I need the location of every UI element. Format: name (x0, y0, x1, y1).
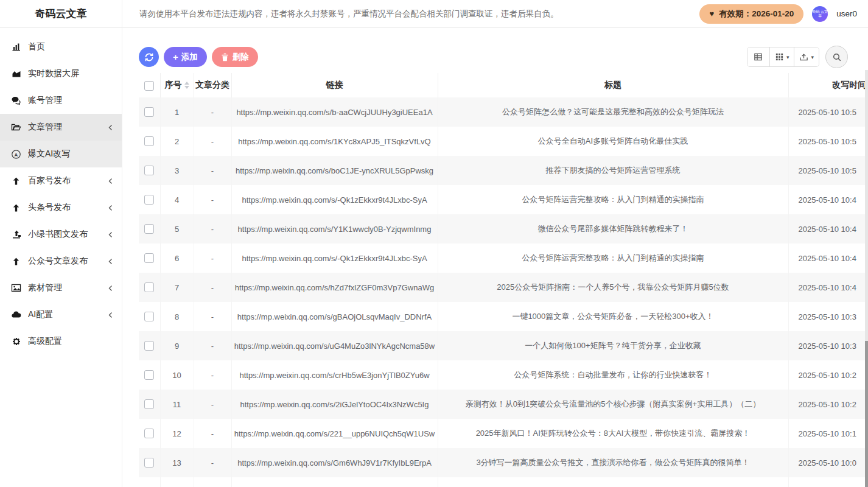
cell-category: - (194, 448, 231, 477)
columns-toggle-button[interactable] (747, 47, 770, 66)
cell-time: 2025-05-10 10:3 (788, 331, 868, 360)
table-row[interactable]: 1-https://mp.weixin.qq.com/s/b-aaCWcjJUU… (139, 97, 868, 127)
cell-time: 2025-05-10 10:5 (788, 97, 868, 127)
cell-num: 11 (160, 390, 194, 419)
cell-link: https://mp.weixin.qq.com/s/uG4MuZo3lNYkA… (231, 331, 438, 360)
cell-title: 推荐下朋友搞的公号矩阵运营管理系统 (438, 156, 788, 185)
cell-time: 2025-05-10 10:0 (788, 477, 868, 487)
cell-link: https://mp.weixin.qq.com/s/pTEVkfqniaaZ1… (231, 477, 438, 487)
table-row[interactable]: 11-https://mp.weixin.qq.com/s/2iGJelYtoO… (139, 390, 868, 419)
export-button[interactable]: ▾ (794, 47, 819, 66)
grid-icon (775, 52, 784, 61)
row-checkbox[interactable] (144, 136, 154, 146)
row-checkbox[interactable] (144, 341, 154, 351)
table-row[interactable]: 4-https://mp.weixin.qq.com/s/-Qk1zEkkxr9… (139, 185, 868, 214)
sidebar-item-8[interactable]: 小绿书图文发布 (0, 221, 122, 248)
cell-title: 一键1000篇文章，公众号矩阵必备，一天轻松300+收入！ (438, 302, 788, 331)
cell-title: 公众号矩阵怎么做？这可能是这最完整和高效的公众号矩阵玩法 (438, 97, 788, 127)
cell-category: - (194, 302, 231, 331)
grid-view-button[interactable]: ▾ (770, 47, 795, 66)
chevron-left-icon (108, 205, 113, 211)
column-header-num[interactable]: 序号 (160, 73, 194, 97)
row-checkbox[interactable] (144, 224, 154, 234)
sidebar-item-4[interactable]: 文章管理 (0, 114, 122, 141)
sort-icon[interactable] (184, 82, 189, 89)
add-button-label: 添加 (181, 52, 198, 63)
table-row[interactable]: 6-https://mp.weixin.qq.com/s/-Qk1zEkkxr9… (139, 244, 868, 273)
gear-icon (11, 337, 21, 347)
chart-bar-icon (11, 42, 21, 52)
sidebar-item-10[interactable]: 素材管理 (0, 275, 122, 301)
row-checkbox[interactable] (144, 370, 154, 380)
chevron-left-icon (108, 178, 113, 184)
row-checkbox[interactable] (144, 458, 154, 468)
table-row[interactable]: 7-https://mp.weixin.qq.com/s/hZd7fxlZGF0… (139, 273, 868, 302)
row-checkbox[interactable] (144, 429, 154, 438)
cell-link: https://mp.weixin.qq.com/s/b-aaCWcjJUUHy… (231, 97, 438, 127)
arrow-up-icon (11, 203, 21, 213)
chart-area-icon (11, 69, 21, 79)
cell-time: 2025-05-10 10:4 (788, 244, 868, 273)
row-checkbox[interactable] (144, 253, 154, 263)
sidebar-item-label: 公众号文章发布 (28, 256, 108, 267)
sidebar-item-6[interactable]: 百家号发布 (0, 167, 122, 194)
sidebar-item-label: 小绿书图文发布 (28, 229, 108, 240)
header-right: ♥ 有效期：2026-01-20 奇码 云文章 user0 (699, 4, 868, 24)
cell-num: 6 (160, 244, 194, 273)
cell-title: 一个人如何做100+矩阵号？纯干货分享，企业收藏 (438, 331, 788, 360)
refresh-icon (144, 52, 154, 62)
table-row[interactable]: 2-https://mp.weixin.qq.com/s/1KYc8xAPJ5_… (139, 127, 868, 156)
svg-text:A: A (15, 152, 18, 157)
vertical-scrollbar-thumb[interactable] (865, 341, 868, 487)
cell-time: 2025-05-10 10:5 (788, 127, 868, 156)
select-all-checkbox[interactable] (144, 81, 154, 91)
table-row[interactable]: 8-https://mp.weixin.qq.com/s/gBAOjOLsqvM… (139, 302, 868, 331)
avatar[interactable]: 奇码 云文章 (812, 6, 828, 22)
chevron-left-icon (108, 312, 113, 318)
sidebar-item-11[interactable]: AI配置 (0, 301, 122, 328)
cell-link: https://mp.weixin.qq.com/s/1KYc8xAPJ5_IT… (231, 127, 438, 156)
cell-category: - (194, 477, 231, 487)
trash-icon (221, 53, 229, 61)
table-row[interactable]: 5-https://mp.weixin.qq.com/s/Y1K1wwcly0B… (139, 214, 868, 244)
row-checkbox[interactable] (144, 107, 154, 117)
sidebar-item-label: 百家号发布 (28, 175, 108, 186)
sidebar-item-3[interactable]: 账号管理 (0, 87, 122, 114)
table-row[interactable]: 9-https://mp.weixin.qq.com/s/uG4MuZo3lNY… (139, 331, 868, 360)
table-row[interactable]: 3-https://mp.weixin.qq.com/s/boC1JE-yncX… (139, 156, 868, 185)
search-icon (832, 52, 842, 62)
row-checkbox[interactable] (144, 312, 154, 321)
cell-title: 公众号矩阵运营完整攻略：从入门到精通的实操指南 (438, 244, 788, 273)
sidebar-item-2[interactable]: 实时数据大屏 (0, 60, 122, 87)
top-header: 奇码云文章 请勿使用本平台发布违法违规内容，违者将永久封禁账号，严重情况平台会配… (0, 0, 868, 28)
row-checkbox[interactable] (144, 399, 154, 409)
sidebar-item-label: 文章管理 (28, 122, 108, 133)
chevron-left-icon (108, 124, 113, 131)
cell-link: https://mp.weixin.qq.com/s/221__upp6NUIQ… (231, 419, 438, 448)
chevron-down-icon: ▾ (786, 54, 789, 60)
search-button[interactable] (825, 46, 848, 68)
row-checkbox[interactable] (144, 166, 154, 175)
add-button[interactable]: + 添加 (164, 47, 207, 67)
row-checkbox[interactable] (144, 195, 154, 205)
toolbar: + 添加 删除 (139, 46, 848, 68)
sidebar-item-5[interactable]: A爆文AI改写 (0, 141, 122, 167)
refresh-button[interactable] (139, 47, 159, 67)
table-row[interactable]: 10-https://mp.weixin.qq.com/s/crHb5wE3jo… (139, 360, 868, 390)
cell-num: 8 (160, 302, 194, 331)
delete-button[interactable]: 删除 (212, 47, 258, 67)
cell-title: 2025年新风口！AI矩阵玩转公众号：8大AI大模型，带你快速引流、霸屏搜索！ (438, 419, 788, 448)
cell-link: https://mp.weixin.qq.com/s/hZd7fxlZGF0m3… (231, 273, 438, 302)
cloud-icon (11, 310, 21, 320)
cell-title: 公众号矩阵运营完整攻略：从入门到精通的实操指南 (438, 185, 788, 214)
table-row[interactable]: 12-https://mp.weixin.qq.com/s/221__upp6N… (139, 419, 868, 448)
table-row[interactable]: 13-https://mp.weixin.qq.com/s/Gm6WhJ9V1r… (139, 448, 868, 477)
sidebar-item-label: AI配置 (28, 309, 108, 320)
sidebar-item-1[interactable]: 首页 (0, 33, 122, 60)
sidebar-item-9[interactable]: 公众号文章发布 (0, 248, 122, 275)
sidebar-item-7[interactable]: 头条号发布 (0, 194, 122, 221)
table-row[interactable]: 14-https://mp.weixin.qq.com/s/pTEVkfqnia… (139, 477, 868, 487)
sidebar-item-12[interactable]: 高级配置 (0, 328, 122, 355)
row-checkbox[interactable] (144, 282, 154, 292)
username[interactable]: user0 (836, 9, 857, 18)
